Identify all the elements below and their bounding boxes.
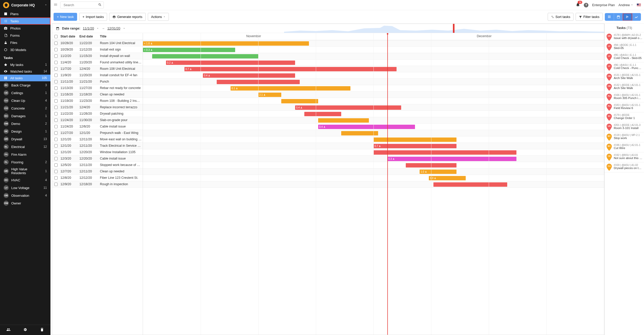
table-row[interactable]: 11/4/20 11/20/20 Found unmarked utility … <box>52 59 143 66</box>
table-row[interactable]: 11/11/20 11/21/20 Punch <box>52 78 143 85</box>
calendar-view-button[interactable] <box>614 13 623 21</box>
table-row[interactable]: 12/7/20 12/11/20 Clean up needed <box>52 168 143 175</box>
user-menu[interactable]: Andrew <box>618 3 633 7</box>
sidebar-category-design[interactable]: DEDesign1 <box>0 127 50 135</box>
project-switcher[interactable]: Corporate HQ <box>0 0 50 10</box>
date-to[interactable]: 12/31/20 <box>107 26 120 30</box>
table-row[interactable]: 11/16/20 11/18/20 Clean up needed <box>52 91 143 98</box>
sidebar-category-damages[interactable]: DADamages1 <box>0 112 50 120</box>
row-checkbox[interactable] <box>54 138 58 141</box>
date-from[interactable]: 11/1/20 <box>83 26 94 30</box>
users-icon[interactable] <box>6 328 11 332</box>
task-panel-item[interactable]: CU #159 | @ASU | A1.02 Drywall pieces on… <box>605 162 644 172</box>
gantt-bar[interactable] <box>373 137 456 142</box>
row-checkbox[interactable] <box>54 157 58 160</box>
table-row[interactable]: 11/21/20 12/4/20 Replace incorrect terra… <box>52 104 143 111</box>
row-checkbox[interactable] <box>54 93 58 96</box>
row-checkbox[interactable] <box>54 112 58 115</box>
table-row[interactable]: 11/9/20 11/20/20 Install conduit for EF-… <box>52 72 143 78</box>
gantt-bar[interactable]: < 0.3 <box>143 48 235 52</box>
task-panel-item[interactable]: SC #179 | @DDE Change Order 1 <box>605 112 644 122</box>
table-row[interactable]: 12/5/20 12/11/20 Stopped work because of… <box>52 162 143 168</box>
sidebar-category-ceilings[interactable]: CECeilings1 <box>0 89 50 97</box>
task-panel-item[interactable]: DR #178 | @AWH | A2.01-2 Issue with dryw… <box>605 32 644 42</box>
table-row[interactable]: 11/24/20 12/6/20 Cable install issue <box>52 123 143 130</box>
gantt-bar[interactable]: 1.0 <box>429 176 466 180</box>
sidebar-category-back-charge[interactable]: BCBack Charge3 <box>0 81 50 89</box>
sidebar-category-low-voltage[interactable]: LVLow Voltage11 <box>0 184 50 192</box>
sidebar-filter-watched-tasks[interactable]: Watched tasks14 <box>0 68 50 75</box>
table-row[interactable]: 12/8/20 12/12/20 Fiber Line 123 Crestent… <box>52 175 143 181</box>
row-checkbox[interactable] <box>54 74 58 77</box>
row-checkbox[interactable] <box>54 42 58 45</box>
row-checkbox[interactable] <box>54 176 58 180</box>
table-row[interactable]: 12/1/20 12/11/20 Track Electrical in Ser… <box>52 143 143 149</box>
gantt-bar[interactable]: 0.2 <box>166 61 295 65</box>
table-row[interactable]: 12/1/20 12/11/20 Move east wall on build… <box>52 136 143 143</box>
sidebar-category-electrical[interactable]: ELElectrical12 <box>0 143 50 151</box>
col-start[interactable]: Start date <box>59 33 78 40</box>
table-row[interactable]: 11/27/20 12/1/20 Prepunch walk - East Wi… <box>52 130 143 136</box>
gear-icon[interactable] <box>23 328 27 332</box>
task-panel-item[interactable]: BC #118 | @ASU | MP-2.1 Stop work <box>605 132 644 142</box>
search-input[interactable] <box>60 2 104 8</box>
flag-icon[interactable] <box>637 4 641 6</box>
sort-tasks-button[interactable]: Sort tasks <box>548 13 574 21</box>
row-checkbox[interactable] <box>54 99 58 103</box>
gantt-bar[interactable]: 0.4 <box>318 125 415 129</box>
actions-dropdown[interactable]: Actions <box>148 13 169 21</box>
table-row[interactable]: 11/2/20 11/15/20 Install drywall on wall <box>52 53 143 59</box>
sidebar-category-flooring[interactable]: FLFlooring2 <box>0 158 50 166</box>
table-row[interactable]: 11/19/20 11/23/20 Room 108 - Building 2 … <box>52 98 143 104</box>
row-checkbox[interactable] <box>54 106 58 109</box>
help-button[interactable]: ? <box>584 3 588 7</box>
gantt-bar[interactable] <box>433 182 507 187</box>
gantt-bar[interactable]: 0.1 <box>231 86 350 91</box>
row-checkbox[interactable] <box>54 48 58 51</box>
gantt-bar[interactable] <box>304 112 341 116</box>
gantt-bar[interactable] <box>281 99 318 103</box>
table-row[interactable]: 12/9/20 12/18/20 Rough in inspection <box>52 181 143 188</box>
sidebar-nav-files[interactable]: Files <box>0 39 50 46</box>
row-checkbox[interactable] <box>54 61 58 64</box>
sidebar-filter-my-tasks[interactable]: My tasks1 <box>0 61 50 68</box>
table-row[interactable]: 10/29/20 11/12/20 Install exit sign <box>52 46 143 53</box>
sidebar-category-fire-alarm[interactable]: FAFire Alarm <box>0 151 50 158</box>
sidebar-category-concrete[interactable]: COConcrete2 <box>0 104 50 112</box>
sidebar-nav-3d-models[interactable]: 3D Models <box>0 46 50 53</box>
gantt-bar[interactable] <box>341 131 378 135</box>
row-checkbox[interactable] <box>54 80 58 83</box>
filter-tasks-button[interactable]: Filter tasks <box>576 13 603 21</box>
sidebar-nav-photos[interactable]: Photos <box>0 25 50 32</box>
gantt-bar[interactable] <box>373 150 516 155</box>
new-task-button[interactable]: + New task <box>54 13 77 21</box>
row-checkbox[interactable] <box>54 119 58 122</box>
table-row[interactable]: 10/28/20 11/22/20 Room 104 Unit Electric… <box>52 40 143 46</box>
sidebar-filter-all-tasks[interactable]: All tasks105 <box>0 75 50 81</box>
row-checkbox[interactable] <box>54 170 58 173</box>
sidebar-category-high-value-residents[interactable]: HRHigh Value Residents1 <box>0 166 50 176</box>
gantt-bar[interactable]: < 1.0 <box>143 41 309 46</box>
sidebar-category-clean-up[interactable]: CUClean Up4 <box>0 97 50 104</box>
sidebar-nav-plans[interactable]: Plans <box>0 10 50 17</box>
row-checkbox[interactable] <box>54 183 58 186</box>
gantt-bar[interactable]: 0.4 <box>203 73 295 78</box>
gantt-bar[interactable] <box>318 118 369 123</box>
grid-view-button[interactable] <box>605 13 614 21</box>
task-panel-item[interactable]: LV #95 | @ASU | E-1.1 Cold Check - Skid-… <box>605 52 644 62</box>
sidebar-category-observation[interactable]: OBObservation4 <box>0 192 50 199</box>
notifications-button[interactable]: 72 <box>576 2 580 8</box>
row-checkbox[interactable] <box>54 125 58 128</box>
gantt-bar[interactable]: 0.4 <box>295 105 401 110</box>
sidebar-category-hvac[interactable]: HVHVAC4 <box>0 176 50 184</box>
generate-reports-button[interactable]: Generate reports <box>109 13 146 21</box>
sidebar-nav-forms[interactable]: Forms <box>0 32 50 39</box>
task-panel-item[interactable]: UN #201 | @DDE | A2.01-3 Room 3-101 Inst… <box>605 122 644 132</box>
row-checkbox[interactable] <box>54 163 58 167</box>
row-checkbox[interactable] <box>54 67 58 71</box>
task-panel-item[interactable]: OB #131 | @DDE | A2.01-1 Arch Site Walk <box>605 72 644 82</box>
gantt-view-button[interactable] <box>623 13 632 21</box>
table-row[interactable]: 11/13/20 11/27/20 Rebar not ready for co… <box>52 85 143 91</box>
table-row[interactable]: 11/22/20 11/26/20 Drywall patching <box>52 111 143 117</box>
task-panel-item[interactable]: PU #166 | @ASU | A2.01-1 Room 305 Punch … <box>605 92 644 102</box>
